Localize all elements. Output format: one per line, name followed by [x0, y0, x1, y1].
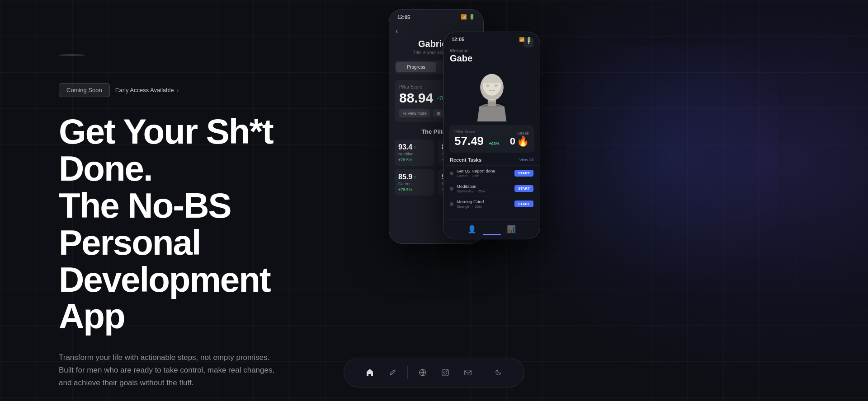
wifi-icon: 📶 [461, 14, 467, 20]
front-score-row: Pillar Score 57.49 +03% Streak 0 🔥 [454, 130, 529, 148]
view-all-link[interactable]: View All [519, 158, 533, 162]
pillar-card-career: 85.9 ↑ Career +78.5% [395, 169, 434, 196]
front-pillar-score-card: Pillar Score 57.49 +03% Streak 0 🔥 [449, 125, 534, 153]
front-score-change: +03% [489, 141, 499, 146]
nav-home-icon[interactable]: 👤 [467, 225, 476, 233]
front-streak-section: Streak 0 🔥 [510, 131, 529, 147]
front-pillar-score-number: 57.49 +03% [454, 134, 500, 148]
globe-icon [419, 368, 427, 377]
nutrition-value: 93.4 ↑ [398, 143, 431, 151]
task-item-1: Meditation Spirituality · 25m START [443, 181, 540, 196]
task-dot-2 [450, 202, 453, 206]
heading-line-2: The No-BS Personal [59, 187, 326, 261]
career-arrow-icon: ↑ [414, 174, 416, 180]
moon-icon [495, 369, 502, 376]
front-streak-value: 0 🔥 [510, 135, 529, 147]
svg-point-8 [477, 103, 506, 107]
task-time-0: 25m [472, 174, 480, 178]
task-left-1: Meditation Spirituality · 25m [450, 184, 485, 193]
task-info-1: Meditation Spirituality · 25m [457, 184, 485, 193]
avatar-bust-icon [62, 54, 82, 56]
task-category-1: Spirituality [457, 189, 473, 193]
hero-subtitle: Transform your life with actionable step… [59, 351, 276, 389]
dock-instagram-button[interactable] [434, 364, 457, 382]
main-container: Coming Soon Early Access Available › Get… [0, 0, 868, 401]
home-icon [365, 368, 374, 377]
task-start-btn-0[interactable]: START [514, 170, 533, 177]
career-change: +78.5% [398, 187, 431, 192]
task-category-0: Career [457, 174, 467, 178]
nutrition-change: +78.5% [398, 158, 431, 162]
task-info-0: Get Q2 Report done Career · 25m [457, 168, 495, 178]
task-item-2: Morning Grind Strength · 25m START [443, 196, 540, 211]
task-time-2: 25m [475, 205, 482, 209]
svg-point-0 [68, 54, 75, 55]
dock-divider-2 [483, 366, 483, 379]
nav-indicator [483, 234, 501, 235]
front-username: Gabe [450, 53, 472, 64]
task-item-0: Get Q2 Report done Career · 25m START [443, 165, 540, 181]
mail-icon [464, 368, 472, 377]
dock-globe-button[interactable] [411, 364, 434, 382]
svg-point-5 [486, 84, 489, 87]
front-bust-container [443, 67, 540, 121]
back-phone-status-icons: 📶 🔋 [461, 14, 475, 20]
dock-edit-button[interactable] [381, 364, 404, 382]
recent-tasks-header: Recent Tasks View All [443, 157, 540, 165]
back-phone-time: 12:05 [397, 14, 410, 20]
avatar [59, 54, 85, 56]
nav-chart-icon[interactable]: 📊 [507, 225, 516, 233]
nutrition-label: Nutrition [398, 152, 431, 156]
phone-front-mockup: 12:05 📶 🔋 Welcome Gabe ⬆ [443, 32, 540, 239]
dock-mail-button[interactable] [457, 364, 479, 382]
career-value: 85.9 ↑ [398, 173, 431, 181]
front-phone-bottom-nav: 👤 📊 [443, 219, 540, 239]
coming-soon-badge: Coming Soon [59, 83, 110, 97]
tab-progress[interactable]: Progress [396, 62, 436, 72]
task-meta-2: Strength · 25m [457, 205, 484, 209]
task-category-2: Strength [457, 205, 470, 209]
svg-point-12 [447, 370, 448, 371]
clock-icon-0: · [469, 174, 470, 178]
task-dot-1 [450, 187, 453, 191]
bottom-dock [344, 358, 524, 387]
dock-divider [407, 366, 408, 379]
task-start-btn-1[interactable]: START [514, 185, 533, 192]
task-left-2: Morning Grind Strength · 25m [450, 199, 484, 209]
dock-theme-button[interactable] [487, 364, 509, 382]
task-info-2: Morning Grind Strength · 25m [457, 199, 484, 209]
view-more-btn[interactable]: % View more [399, 109, 430, 117]
recent-tasks-title: Recent Tasks [450, 157, 481, 163]
early-access-text: Early Access Available [115, 87, 174, 93]
edit-icon [388, 368, 396, 377]
early-access-badge[interactable]: Early Access Available › [115, 87, 179, 94]
fire-icon: 🔥 [517, 135, 529, 147]
task-name-0: Get Q2 Report done [457, 168, 495, 173]
left-panel: Coming Soon Early Access Available › Get… [0, 0, 362, 401]
front-user-info: Welcome Gabe [450, 48, 472, 64]
svg-point-11 [443, 371, 447, 374]
task-name-2: Morning Grind [457, 199, 484, 204]
notification-icon[interactable]: ⬆ [524, 37, 533, 47]
right-panel: 12:05 📶 🔋 ‹ Gabriele This is your abilit… [362, 0, 868, 401]
heading-line-3: Development App [59, 261, 326, 336]
career-label: Career [398, 182, 431, 186]
task-meta-0: Career · 25m [457, 174, 495, 178]
task-start-btn-2[interactable]: START [514, 200, 533, 207]
dock-home-button[interactable] [359, 364, 381, 382]
badge-row: Coming Soon Early Access Available › [59, 83, 326, 97]
svg-point-2 [68, 54, 75, 55]
task-dot-0 [450, 172, 453, 175]
task-left-0: Get Q2 Report done Career · 25m [450, 168, 495, 178]
front-pillar-score-label: Pillar Score [454, 130, 500, 134]
back-phone-status-bar: 12:05 📶 🔋 [389, 9, 483, 23]
front-phone-time: 12:05 [452, 37, 464, 42]
task-time-1: 25m [478, 189, 485, 193]
front-streak-label: Streak [510, 131, 529, 135]
front-welcome-text: Welcome [450, 48, 472, 53]
front-bust-icon [467, 67, 517, 121]
early-access-arrow-icon: › [177, 87, 179, 94]
instagram-icon [441, 368, 449, 377]
hero-heading: Get Your Sh*t Done. The No-BS Personal D… [59, 113, 326, 335]
task-meta-1: Spirituality · 25m [457, 189, 485, 193]
